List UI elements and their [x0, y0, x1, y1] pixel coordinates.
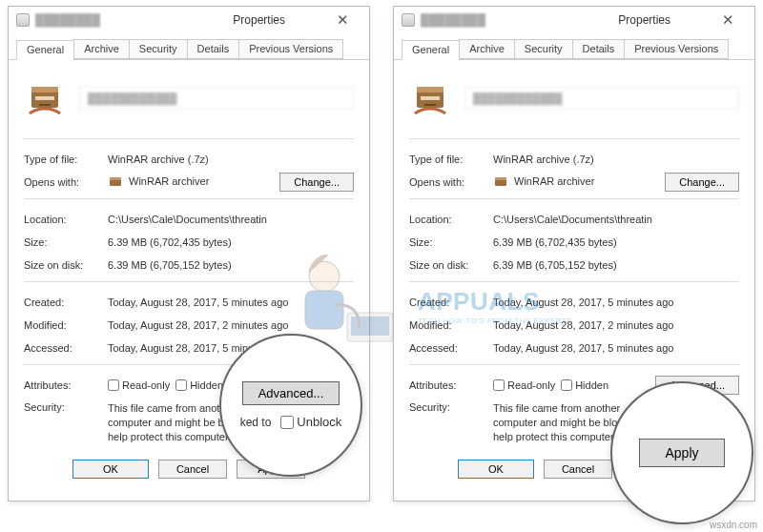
attributes-label: Attributes:: [409, 379, 493, 391]
location-value: C:\Users\Cale\Documents\threatin: [493, 214, 739, 225]
winrar-small-icon: [493, 174, 508, 190]
close-icon[interactable]: ✕: [323, 11, 361, 29]
svg-rect-1: [31, 87, 58, 92]
tab-security[interactable]: Security: [129, 39, 188, 59]
svg-rect-11: [495, 177, 506, 180]
type-value: WinRAR archive (.7z): [108, 153, 354, 165]
change-button[interactable]: Change...: [279, 173, 354, 192]
disk-size-value: 6.39 MB (6,705,152 bytes): [108, 259, 354, 271]
callout-apply: Apply: [610, 381, 753, 524]
change-button[interactable]: Change...: [665, 173, 739, 192]
hidden-checkbox[interactable]: Hidden: [561, 379, 608, 391]
modified-value: Today, August 28, 2017, 2 minutes ago: [493, 319, 739, 331]
location-value: C:\Users\Cale\Documents\threatin: [108, 214, 354, 225]
winrar-large-icon: [24, 77, 66, 119]
tab-archive[interactable]: Archive: [73, 39, 130, 59]
ok-button[interactable]: OK: [458, 460, 534, 479]
type-value: WinRAR archive (.7z): [493, 153, 739, 165]
titlebar: ████████ Properties ✕: [394, 7, 754, 33]
size-value: 6.39 MB (6,702,435 bytes): [108, 236, 354, 248]
tab-archive[interactable]: Archive: [459, 39, 515, 59]
winrar-large-icon: [409, 77, 451, 119]
size-label: Size:: [24, 236, 108, 248]
unblock-checkbox-zoom[interactable]: Unblock: [280, 415, 341, 429]
disk-size-value: 6.39 MB (6,705,152 bytes): [493, 259, 739, 271]
svg-rect-7: [417, 87, 443, 92]
ok-button[interactable]: OK: [72, 460, 149, 479]
type-label: Type of file:: [24, 153, 108, 165]
modified-label: Modified:: [24, 319, 108, 331]
cancel-button[interactable]: Cancel: [544, 460, 612, 479]
tab-details[interactable]: Details: [187, 39, 240, 59]
readonly-checkbox[interactable]: Read-only: [108, 379, 170, 391]
tabbar: General Archive Security Details Previou…: [394, 33, 754, 60]
opens-with-value: WinRAR archiver: [108, 174, 279, 190]
window-icon: [402, 13, 415, 27]
location-label: Location:: [409, 214, 493, 225]
tabbar: General Archive Security Details Previou…: [9, 33, 369, 60]
advanced-button-zoom[interactable]: Advanced...: [242, 381, 340, 405]
svg-rect-5: [110, 177, 121, 180]
callout-unblock: Advanced... ked to Unblock: [219, 334, 362, 477]
disk-size-label: Size on disk:: [24, 259, 108, 271]
attributes-label: Attributes:: [24, 379, 108, 391]
svg-rect-3: [39, 104, 51, 106]
tab-previous-versions[interactable]: Previous Versions: [238, 39, 343, 59]
modified-value: Today, August 28, 2017, 2 minutes ago: [108, 319, 354, 331]
tab-previous-versions[interactable]: Previous Versions: [624, 39, 729, 59]
opens-with-value: WinRAR archiver: [493, 174, 665, 190]
size-label: Size:: [409, 236, 493, 248]
security-label: Security:: [409, 401, 493, 413]
accessed-label: Accessed:: [409, 342, 493, 354]
callout-fragment: ked to: [240, 416, 272, 429]
tab-security[interactable]: Security: [514, 39, 573, 59]
created-label: Created:: [409, 297, 493, 308]
apply-button-zoom[interactable]: Apply: [639, 439, 724, 467]
titlebar: ████████ Properties ✕: [9, 7, 369, 33]
opens-with-label: Opens with:: [409, 176, 493, 188]
security-label: Security:: [24, 401, 108, 413]
tab-general[interactable]: General: [402, 40, 460, 60]
readonly-checkbox[interactable]: Read-only: [493, 379, 555, 391]
svg-rect-2: [35, 96, 54, 100]
tab-general[interactable]: General: [16, 40, 74, 60]
size-value: 6.39 MB (6,702,435 bytes): [493, 236, 739, 248]
filename-input[interactable]: ████████████: [79, 87, 354, 110]
disk-size-label: Size on disk:: [409, 259, 493, 271]
accessed-label: Accessed:: [24, 342, 108, 354]
cancel-button[interactable]: Cancel: [158, 460, 227, 479]
created-value: Today, August 28, 2017, 5 minutes ago: [108, 297, 354, 308]
location-label: Location:: [24, 214, 108, 225]
svg-rect-8: [421, 96, 440, 100]
tab-details[interactable]: Details: [572, 39, 626, 59]
window-icon: [16, 13, 30, 27]
window-properties-label: Properties: [233, 13, 285, 27]
modified-label: Modified:: [409, 319, 493, 331]
type-label: Type of file:: [409, 153, 493, 165]
created-value: Today, August 28, 2017, 5 minutes ago: [493, 297, 739, 308]
opens-with-label: Opens with:: [24, 176, 108, 188]
window-properties-label: Properties: [618, 13, 670, 27]
created-label: Created:: [24, 297, 108, 308]
close-icon[interactable]: ✕: [709, 11, 747, 29]
window-title-blur: ████████: [35, 13, 233, 27]
winrar-small-icon: [108, 174, 123, 190]
filename-input[interactable]: ████████████: [464, 87, 739, 110]
window-title-blur: ████████: [421, 13, 618, 27]
svg-rect-9: [424, 104, 436, 106]
hidden-checkbox[interactable]: Hidden: [175, 379, 223, 391]
accessed-value: Today, August 28, 2017, 5 minutes ago: [493, 342, 739, 354]
source-footer: wsxdn.com: [710, 520, 757, 530]
